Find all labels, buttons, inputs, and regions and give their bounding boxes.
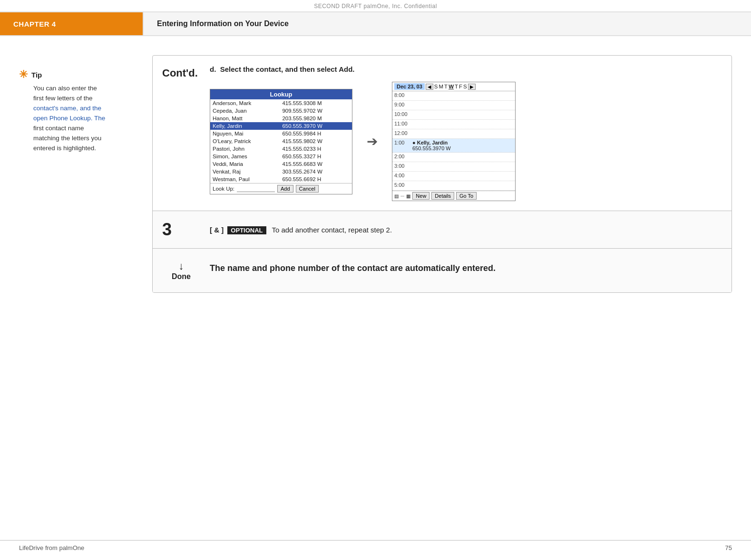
tip-header: ✳ Tip	[19, 69, 133, 80]
card-container: Cont'd. d. Select the contact, and then …	[152, 55, 732, 293]
lookup-contact-name: Veddi, Maria	[210, 160, 280, 168]
calendar-time-row: 12:00	[392, 129, 515, 139]
lookup-contact-name: Anderson, Mark	[210, 99, 280, 107]
tip-text: You can also enter the first few letters…	[19, 84, 133, 153]
cal-day-m: M	[439, 84, 444, 89]
cal-day-f: F	[459, 84, 462, 89]
cal-time-content	[410, 172, 515, 181]
lookup-contact-name: Westman, Paul	[210, 175, 280, 183]
step3-body: [ & ] OPTIONAL To add another contact, r…	[210, 226, 392, 234]
lookup-contact-name: Kelly, Jardin	[210, 122, 280, 130]
lookup-contact-name: Simon, James	[210, 153, 280, 160]
calendar-prev-button[interactable]: ◀	[426, 84, 433, 90]
cal-new-button[interactable]: New	[412, 192, 429, 200]
cal-time-content	[410, 110, 515, 119]
lookup-contact-phone: 909.555.9702 W	[280, 107, 352, 115]
step-d-label: d. Select the contact, and then select A…	[210, 65, 722, 73]
sidebar: ✳ Tip You can also enter the first few l…	[0, 50, 143, 298]
tip-block: ✳ Tip You can also enter the first few l…	[19, 69, 133, 153]
cal-time-content	[410, 91, 515, 100]
content-area: Cont'd. d. Select the contact, and then …	[143, 50, 751, 298]
contd-body: d. Select the contact, and then select A…	[210, 65, 722, 201]
cal-day-t2: T	[455, 84, 458, 89]
cal-time-content	[410, 129, 515, 138]
calendar-next-button[interactable]: ▶	[468, 84, 476, 90]
lookup-contact-phone: 650.555.9984 H	[280, 130, 352, 137]
calendar-time-row: 10:00	[392, 110, 515, 120]
calendar-time-row: 2:00	[392, 153, 515, 162]
done-word: Done	[172, 272, 191, 281]
lookup-contact-phone: 415.555.9308 M	[280, 99, 352, 107]
cal-day-w: W	[449, 84, 454, 89]
cal-goto-button[interactable]: Go To	[456, 192, 477, 200]
step3-number: 3	[162, 220, 200, 240]
contd-section: Cont'd. d. Select the contact, and then …	[153, 56, 731, 211]
cal-time-label: 2:00	[392, 153, 410, 162]
tip-line4: open Phone Lookup. The	[33, 115, 105, 122]
main-content: ✳ Tip You can also enter the first few l…	[0, 36, 751, 312]
cal-details-button[interactable]: Details	[431, 192, 454, 200]
lookup-contact-phone: 650.555.6692 H	[280, 175, 352, 183]
cal-day-s2: S	[463, 84, 467, 89]
calendar-time-row: 3:00	[392, 162, 515, 172]
arrow-right-icon: ➔	[367, 134, 378, 149]
lookup-input-line[interactable]	[237, 185, 275, 192]
lookup-table: Anderson, Mark415.555.9308 MCepeda, Juan…	[210, 99, 352, 183]
tip-asterisk-icon: ✳	[19, 69, 28, 80]
cal-time-label: 10:00	[392, 110, 410, 119]
lookup-contact-name: Cepeda, Juan	[210, 107, 280, 115]
step-d-text: Select the contact, and then select Add.	[220, 65, 355, 73]
lookup-contact-name: Nguyen, Mai	[210, 130, 280, 137]
calendar-time-row: 11:00	[392, 120, 515, 129]
lookup-title-bar: Lookup	[210, 89, 352, 99]
tip-line2: first few letters of the	[33, 95, 93, 102]
calendar-date-label: Dec 23, 03	[394, 83, 425, 90]
contd-label: Cont'd.	[162, 65, 200, 79]
calendar-time-row: 8:00	[392, 91, 515, 101]
watermark: SECOND DRAFT palmOne, Inc. Confidential	[0, 0, 751, 11]
step-d-letter: d.	[210, 65, 216, 73]
cal-time-label: 9:00	[392, 101, 410, 110]
cal-time-label: 5:00	[392, 181, 410, 190]
done-body: The name and phone number of the contact…	[210, 260, 496, 275]
step3-optional-tag: OPTIONAL	[227, 226, 266, 234]
lookup-contact-phone: 415.555.6683 W	[280, 160, 352, 168]
cancel-button[interactable]: Cancel	[296, 185, 319, 193]
cal-time-content	[410, 120, 515, 129]
tip-line7: entered is highlighted.	[33, 145, 96, 152]
tip-line5: first contact name	[33, 125, 84, 132]
calendar-time-row: 9:00	[392, 101, 515, 110]
lookup-contact-phone: 650.555.3970 W	[280, 122, 352, 130]
lookup-contact-name: Pastori, John	[210, 145, 280, 153]
calendar-footer-row: ▤ ··· ▦ New Details Go To	[392, 191, 515, 201]
tip-line3: contact's name, and the	[33, 105, 101, 112]
step3-bracket: [ & ]	[210, 226, 224, 234]
lookup-contact-phone: 415.555.0233 H	[280, 145, 352, 153]
done-section: ↓ Done The name and phone number of the …	[153, 249, 731, 292]
cal-time-label: 4:00	[392, 172, 410, 181]
step3-section: 3 [ & ] OPTIONAL To add another contact,…	[153, 211, 731, 249]
lookup-contact-phone: 415.555.9802 W	[280, 137, 352, 145]
chapter-header: CHAPTER 4 Entering Information on Your D…	[0, 11, 751, 36]
cal-footer-grid-icon: ▦	[406, 193, 410, 199]
tip-label: Tip	[31, 71, 42, 79]
lookup-contact-phone: 303.555.2674 W	[280, 168, 352, 175]
cal-time-label: 11:00	[392, 120, 410, 129]
step3-text: To add another contact, repeat step 2.	[272, 226, 392, 234]
done-arrow-icon: ↓	[179, 260, 184, 272]
lookup-contact-name: O'Leary, Patrick	[210, 137, 280, 145]
add-button[interactable]: Add	[277, 185, 293, 193]
cal-time-content: ● Kelly, Jardin650.555.3970 W	[410, 139, 515, 152]
lookup-contact-name: Hanon, Matt	[210, 115, 280, 122]
cal-footer-icon1: ▤	[394, 193, 399, 199]
lookup-footer: Look Up: Add Cancel	[210, 183, 352, 194]
cal-time-label: 12:00	[392, 129, 410, 138]
calendar-time-row: 5:00	[392, 181, 515, 191]
footer-product: LifeDrive from palmOne	[19, 544, 84, 551]
tip-line6: matching the letters you	[33, 135, 101, 142]
calendar-dialog: Dec 23, 03 ◀ S M T W T F S ▶	[392, 82, 516, 201]
screenshots-row: Lookup Anderson, Mark415.555.9308 MCeped…	[210, 82, 722, 201]
cal-time-content	[410, 181, 515, 190]
cal-time-content	[410, 153, 515, 162]
lookup-contact-phone: 203.555.9820 M	[280, 115, 352, 122]
